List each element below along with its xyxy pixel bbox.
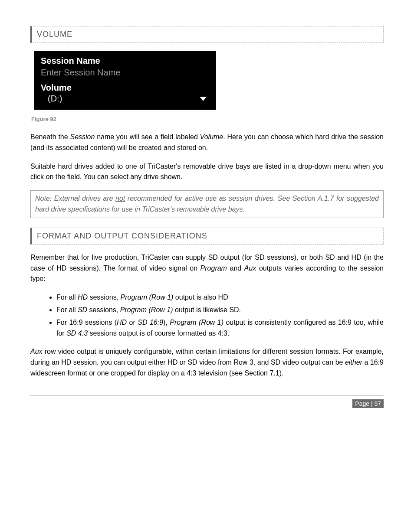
figure-label: Figure 92 [31,116,384,122]
page-footer: Page | 97 [30,395,384,408]
list-item: For 16:9 sessions (HD or SD 16:9), Progr… [56,317,384,339]
paragraph-volume-intro: Beneath the Session name you will see a … [30,132,384,153]
session-name-label: Session Name [34,55,216,67]
paragraph-drives: Suitable hard drives added to one of Tri… [30,161,384,183]
section-heading-volume: VOLUME [30,26,384,43]
session-name-input[interactable]: Enter Session Name [34,67,216,82]
paragraph-format-intro: Remember that for live production, TriCa… [30,252,384,284]
note-box: Note: External drives are not recommende… [30,190,384,218]
section-heading-format: FORMAT AND OUTPUT CONSIDERATIONS [30,228,384,245]
list-item: For all HD sessions, Program (Row 1) out… [56,292,384,303]
paragraph-aux: Aux row video output is uniquely configu… [30,346,384,379]
chevron-down-icon [200,97,207,101]
list-item: For all SD sessions, Program (Row 1) out… [56,305,384,316]
session-panel: Session Name Enter Session Name Volume (… [34,51,216,110]
volume-dropdown[interactable]: (D:) [34,94,216,104]
page-number: Page | 97 [352,399,384,408]
bullet-list: For all HD sessions, Program (Row 1) out… [30,292,384,339]
volume-value: (D:) [41,94,62,104]
volume-label: Volume [34,82,216,94]
